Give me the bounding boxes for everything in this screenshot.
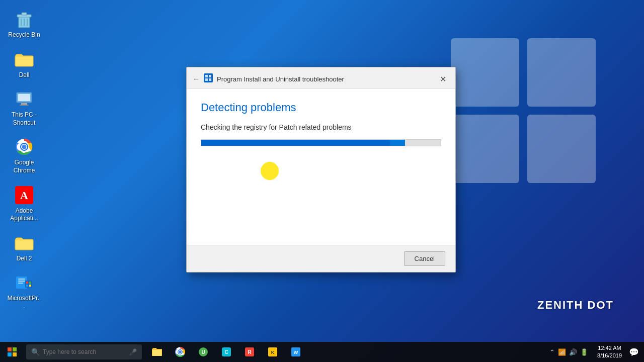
google-chrome-icon (14, 137, 34, 157)
svg-rect-29 (204, 73, 213, 82)
svg-rect-0 (451, 38, 519, 107)
svg-text:U: U (201, 349, 205, 355)
system-tray-icons: ⌃ 📶 🔊 🔋 (545, 348, 592, 356)
svg-rect-3 (527, 115, 596, 183)
svg-point-17 (22, 145, 27, 149)
taskbar-app-6[interactable]: K (262, 342, 284, 362)
svg-rect-31 (209, 75, 211, 77)
svg-rect-25 (26, 282, 28, 284)
dell-2-label: Dell 2 (17, 255, 32, 263)
svg-rect-6 (22, 13, 27, 15)
desktop-icon-this-pc[interactable]: This PC - Shortcut (5, 85, 43, 131)
svg-rect-21 (18, 279, 25, 280)
battery-icon: 🔋 (580, 348, 588, 356)
dialog-body: Detecting problems Checking the registry… (187, 89, 455, 245)
svg-rect-33 (209, 78, 211, 81)
network-icon[interactable]: 📶 (558, 348, 566, 356)
google-chrome-label: Google Chrome (7, 159, 41, 174)
taskbar: 🔍 🎤 (0, 342, 644, 362)
clock-time: 12:42 AM (598, 344, 621, 352)
clock-date: 8/16/2019 (597, 352, 622, 359)
taskbar-chrome[interactable] (169, 342, 191, 362)
svg-text:W: W (294, 350, 298, 355)
progress-bar-animated (390, 140, 405, 146)
taskbar-app-3[interactable]: U (192, 342, 214, 362)
svg-rect-23 (18, 283, 23, 284)
svg-point-41 (179, 350, 182, 353)
taskbar-apps: U C R K (146, 342, 307, 362)
mic-icon: 🎤 (129, 348, 137, 356)
dialog-back-button[interactable]: ← (193, 75, 200, 83)
start-button[interactable] (0, 342, 24, 362)
svg-rect-36 (8, 352, 12, 356)
search-input[interactable] (43, 348, 127, 355)
dialog-titlebar: ← Program Install and Uninstall troubles… (187, 67, 455, 89)
dialog-status-text: Checking the registry for Patch related … (201, 123, 441, 131)
volume-icon[interactable]: 🔊 (569, 348, 577, 356)
desktop-icon-area: Recycle Bin Dell This PC - (0, 0, 48, 322)
dell-folder-icon (14, 49, 34, 69)
dialog-footer: Cancel (187, 245, 455, 272)
svg-rect-30 (205, 75, 208, 77)
adobe-label: Adobe Applicati... (7, 207, 41, 223)
desktop-icon-dell[interactable]: Dell (5, 45, 43, 83)
desktop-icon-adobe[interactable]: A Adobe Applicati... (5, 181, 43, 227)
notification-icon[interactable]: 💬 (627, 347, 641, 357)
taskbar-app-5[interactable]: R (238, 342, 261, 362)
dialog-heading: Detecting problems (201, 101, 441, 114)
microsoft-icon (14, 273, 34, 293)
dell-label: Dell (19, 71, 30, 79)
svg-rect-2 (451, 115, 519, 183)
dell-2-folder-icon (14, 233, 34, 253)
dialog-close-button[interactable]: ✕ (436, 72, 449, 85)
recycle-bin-label: Recycle Bin (8, 31, 40, 39)
svg-rect-13 (20, 105, 29, 106)
dialog-title-text: Program Install and Uninstall troublesho… (217, 75, 436, 83)
taskbar-app-4[interactable]: C (215, 342, 237, 362)
svg-rect-22 (18, 281, 25, 282)
expand-tray-icon[interactable]: ⌃ (549, 348, 555, 356)
svg-rect-12 (21, 103, 27, 105)
svg-rect-34 (8, 347, 12, 351)
adobe-icon: A (14, 185, 34, 205)
cancel-button[interactable]: Cancel (404, 251, 445, 266)
desktop-icon-dell-2[interactable]: Dell 2 (5, 229, 43, 267)
svg-rect-1 (527, 38, 596, 107)
search-icon: 🔍 (31, 348, 40, 356)
dialog-title-icon (204, 73, 213, 84)
this-pc-icon (14, 89, 34, 109)
svg-text:R: R (248, 349, 252, 355)
taskbar-clock[interactable]: 12:42 AM 8/16/2019 (593, 344, 626, 360)
desktop: ZENITH DOT Recycle Bin (0, 0, 644, 362)
desktop-icon-microsoft[interactable]: MicrosoftPr... (5, 268, 43, 314)
svg-text:A: A (20, 189, 28, 202)
progress-bar-container (201, 139, 441, 146)
this-pc-label: This PC - Shortcut (7, 111, 41, 127)
recycle-bin-icon (14, 9, 34, 29)
desktop-icon-recycle-bin[interactable]: Recycle Bin (5, 5, 43, 43)
taskbar-right: ⌃ 📶 🔊 🔋 12:42 AM 8/16/2019 💬 (545, 344, 644, 360)
zenith-dot-label: ZENITH DOT (537, 299, 614, 312)
svg-rect-35 (13, 347, 17, 351)
svg-rect-32 (205, 78, 208, 81)
svg-rect-26 (29, 282, 31, 284)
troubleshooter-dialog: ← Program Install and Uninstall troubles… (186, 67, 456, 273)
taskbar-app-7[interactable]: W (285, 342, 307, 362)
svg-text:K: K (271, 350, 275, 355)
svg-text:C: C (224, 349, 228, 355)
svg-rect-37 (13, 352, 17, 356)
windows-logo-watermark (443, 30, 604, 191)
taskbar-file-explorer[interactable] (146, 342, 168, 362)
svg-rect-11 (18, 94, 30, 101)
progress-bar-fill (201, 140, 405, 146)
taskbar-search-box[interactable]: 🔍 🎤 (26, 344, 142, 359)
svg-rect-27 (26, 285, 28, 287)
desktop-icon-google-chrome[interactable]: Google Chrome (5, 133, 43, 178)
microsoft-label: MicrosoftPr... (7, 295, 41, 310)
svg-rect-28 (29, 285, 31, 287)
